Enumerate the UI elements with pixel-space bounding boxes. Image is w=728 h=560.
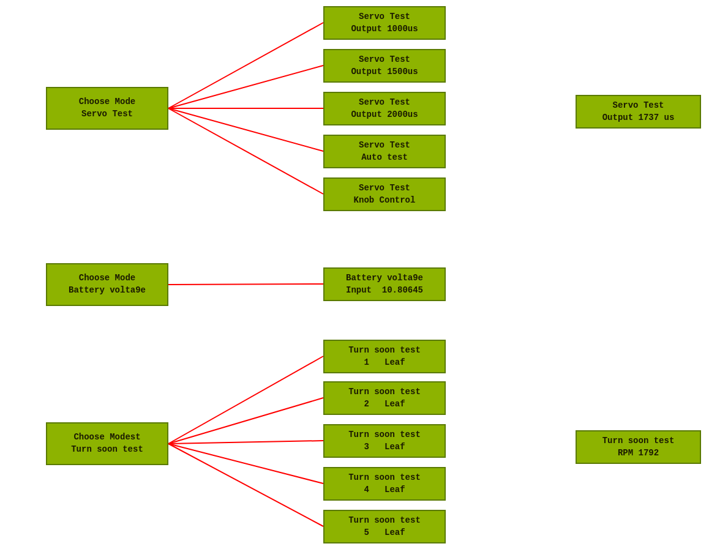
servo-output-display-label: Servo Test Output 1737 us — [602, 100, 675, 124]
svg-line-7 — [168, 398, 323, 444]
servo-out2000-label: Servo Test Output 2000us — [351, 97, 418, 121]
turn-leaf4-label: Turn soon test 4 Leaf — [348, 472, 421, 496]
svg-line-6 — [168, 356, 323, 444]
servo-output-display-box: Servo Test Output 1737 us — [576, 95, 701, 129]
turn-leaf1-box[interactable]: Turn soon test 1 Leaf — [323, 340, 446, 373]
svg-line-10 — [168, 444, 323, 526]
turn-leaf2-box[interactable]: Turn soon test 2 Leaf — [323, 381, 446, 415]
turn-rpm-display-box: Turn soon test RPM 1792 — [576, 430, 701, 464]
turn-chooser-label: Choose Modest Turn soon test — [71, 431, 143, 455]
battery-voltage-box[interactable]: Battery volta9e Input 10.80645 — [323, 267, 446, 301]
svg-line-5 — [168, 284, 323, 285]
turn-chooser-box[interactable]: Choose Modest Turn soon test — [46, 422, 168, 465]
servo-out1500-label: Servo Test Output 1500us — [351, 54, 418, 78]
battery-chooser-box[interactable]: Choose Mode Battery volta9e — [46, 263, 168, 306]
turn-leaf4-box[interactable]: Turn soon test 4 Leaf — [323, 467, 446, 501]
servo-chooser-box[interactable]: Choose Mode Servo Test — [46, 87, 168, 130]
svg-line-8 — [168, 441, 323, 444]
turn-leaf3-box[interactable]: Turn soon test 3 Leaf — [323, 424, 446, 458]
turn-rpm-display-label: Turn soon test RPM 1792 — [602, 435, 675, 459]
servo-knob-box[interactable]: Servo Test Knob Control — [323, 177, 446, 211]
servo-auto-label: Servo Test Auto test — [359, 140, 410, 163]
turn-leaf1-label: Turn soon test 1 Leaf — [348, 345, 421, 368]
servo-out2000-box[interactable]: Servo Test Output 2000us — [323, 92, 446, 125]
turn-leaf3-label: Turn soon test 3 Leaf — [348, 429, 421, 453]
svg-line-3 — [168, 108, 323, 151]
servo-auto-box[interactable]: Servo Test Auto test — [323, 135, 446, 168]
svg-line-0 — [168, 23, 323, 108]
battery-voltage-label: Battery volta9e Input 10.80645 — [346, 272, 423, 296]
battery-chooser-label: Choose Mode Battery volta9e — [69, 272, 146, 296]
turn-leaf5-label: Turn soon test 5 Leaf — [348, 515, 421, 539]
servo-out1500-box[interactable]: Servo Test Output 1500us — [323, 49, 446, 83]
servo-out1000-box[interactable]: Servo Test Output 1000us — [323, 6, 446, 40]
servo-chooser-label: Choose Mode Servo Test — [79, 96, 135, 120]
svg-line-4 — [168, 108, 323, 194]
turn-leaf2-label: Turn soon test 2 Leaf — [348, 386, 421, 410]
svg-line-1 — [168, 65, 323, 108]
servo-knob-label: Servo Test Knob Control — [354, 182, 416, 206]
svg-line-9 — [168, 444, 323, 483]
servo-out1000-label: Servo Test Output 1000us — [351, 11, 418, 35]
turn-leaf5-box[interactable]: Turn soon test 5 Leaf — [323, 510, 446, 543]
